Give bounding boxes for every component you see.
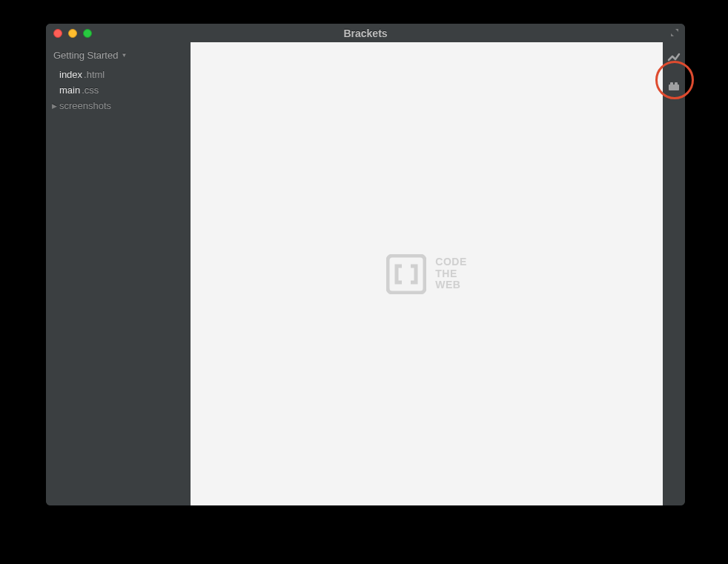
app-window: Brackets Getting Started ▼ index.html ma… [46,24,685,505]
file-ext: .css [82,84,99,96]
lego-brick-icon [667,79,681,93]
folder-name: screenshots [59,100,111,111]
disclosure-triangle-icon: ▶ [50,102,58,110]
project-dropdown[interactable]: Getting Started ▼ [46,47,191,67]
window-body: Getting Started ▼ index.html main.css ▶ … [46,42,685,505]
titlebar: Brackets [46,24,685,42]
file-tree-folder[interactable]: ▶ screenshots [46,98,191,113]
editor-placeholder: CODE THE WEB [386,254,466,294]
fullscreen-icon [669,27,680,38]
placeholder-line: THE [435,268,466,279]
placeholder-text: CODE THE WEB [435,256,466,291]
svg-rect-3 [675,82,678,85]
brackets-logo-icon [386,254,426,294]
file-name: main [59,84,80,96]
close-window-button[interactable] [53,29,62,38]
placeholder-line: WEB [435,279,466,291]
right-toolbar [663,42,685,505]
file-name: index [59,69,82,80]
svg-rect-2 [670,82,673,85]
sidebar: Getting Started ▼ index.html main.css ▶ … [46,42,191,505]
svg-rect-0 [388,256,425,293]
fullscreen-button[interactable] [669,27,681,39]
zoom-window-button[interactable] [83,29,92,38]
chevron-down-icon: ▼ [121,52,127,59]
editor-area: CODE THE WEB [191,42,663,505]
bolt-icon [667,51,681,64]
minimize-window-button[interactable] [68,29,77,38]
file-tree-item[interactable]: index.html [46,67,191,82]
live-preview-button[interactable] [663,48,685,67]
file-ext: .html [84,69,105,80]
project-name: Getting Started [53,50,118,61]
file-tree-item[interactable]: main.css [46,82,191,98]
file-tree: index.html main.css ▶ screenshots [46,67,191,113]
svg-rect-1 [669,84,679,90]
window-controls [46,29,92,38]
window-title: Brackets [46,27,685,39]
placeholder-line: CODE [435,256,466,268]
extension-manager-button[interactable] [663,76,685,96]
